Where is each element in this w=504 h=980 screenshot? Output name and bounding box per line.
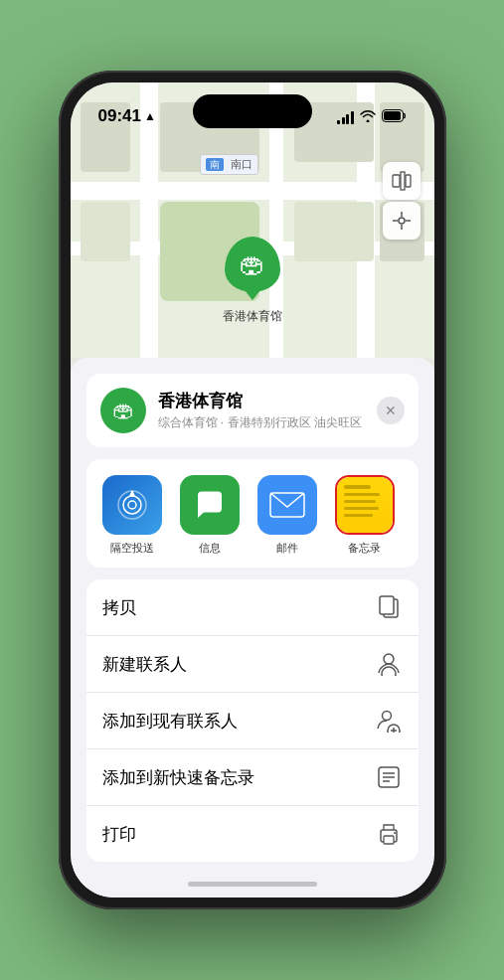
mail-label: 邮件 [276, 541, 298, 556]
location-card: 🏟 香港体育馆 综合体育馆 · 香港特别行政区 油尖旺区 ✕ [86, 374, 419, 447]
home-bar [188, 882, 317, 887]
close-button[interactable]: ✕ [377, 397, 405, 424]
action-copy-label: 拷贝 [102, 596, 136, 619]
svg-point-18 [384, 654, 394, 664]
action-new-contact-label: 新建联系人 [102, 653, 187, 676]
action-new-contact[interactable]: 新建联系人 [86, 636, 419, 693]
location-subtitle: 综合体育馆 · 香港特别行政区 油尖旺区 [158, 414, 365, 431]
home-indicator [71, 870, 434, 898]
action-copy[interactable]: 拷贝 [86, 579, 419, 636]
action-print[interactable]: 打印 [86, 806, 419, 862]
stadium-label: 香港体育馆 [223, 308, 282, 325]
app-item-airdrop[interactable]: 隔空投送 [98, 475, 166, 556]
notes-label: 备忘录 [348, 541, 381, 556]
stadium-marker: 🏟 香港体育馆 [223, 237, 282, 325]
phone-frame: 09:41 ▲ [59, 71, 446, 909]
svg-rect-17 [380, 596, 394, 614]
svg-rect-1 [384, 111, 401, 120]
svg-point-12 [128, 501, 136, 509]
share-sheet: 🏟 香港体育馆 综合体育馆 · 香港特别行政区 油尖旺区 ✕ [71, 358, 434, 898]
messages-icon [180, 475, 240, 535]
status-icons [337, 108, 407, 126]
mail-icon [257, 475, 317, 535]
svg-point-20 [382, 712, 391, 721]
apps-scroll: 隔空投送 信息 [98, 475, 407, 556]
svg-rect-3 [401, 172, 405, 190]
copy-icon [375, 593, 403, 621]
battery-icon [382, 108, 407, 126]
svg-point-5 [399, 218, 405, 224]
action-quick-note[interactable]: 添加到新快速备忘录 [86, 749, 419, 806]
location-card-icon: 🏟 [100, 388, 146, 433]
notes-icon [335, 475, 395, 535]
action-print-label: 打印 [102, 823, 136, 846]
print-icon [375, 820, 403, 848]
action-add-contact[interactable]: 添加到现有联系人 [86, 693, 419, 749]
svg-rect-2 [393, 175, 400, 187]
map-label-nankou: 南 南口 [200, 154, 258, 175]
stadium-icon: 🏟 [240, 249, 265, 280]
svg-rect-4 [406, 175, 411, 187]
action-add-contact-label: 添加到现有联系人 [102, 710, 238, 733]
location-name: 香港体育馆 [158, 390, 365, 412]
note-icon [375, 763, 403, 791]
svg-point-11 [123, 496, 141, 514]
status-time: 09:41 ▲ [98, 106, 156, 126]
wifi-icon [360, 109, 376, 125]
map-controls [383, 162, 420, 240]
svg-point-30 [394, 832, 396, 834]
person-icon [375, 650, 403, 678]
apps-row: 隔空投送 信息 [86, 459, 419, 568]
person-add-icon [375, 707, 403, 735]
app-item-mail[interactable]: 邮件 [253, 475, 321, 556]
dynamic-island [193, 94, 312, 128]
signal-icon [337, 111, 354, 124]
airdrop-label: 隔空投送 [110, 541, 154, 556]
app-item-messages[interactable]: 信息 [176, 475, 244, 556]
svg-rect-29 [384, 836, 394, 844]
location-info: 香港体育馆 综合体育馆 · 香港特别行政区 油尖旺区 [158, 390, 365, 431]
map-view-button[interactable] [383, 162, 420, 200]
app-item-notes[interactable]: 备忘录 [331, 475, 399, 556]
location-button[interactable] [383, 202, 420, 240]
phone-screen: 09:41 ▲ [71, 82, 434, 898]
messages-label: 信息 [199, 541, 221, 556]
action-list: 拷贝 新建联系人 [86, 579, 419, 862]
svg-point-19 [382, 667, 396, 676]
airdrop-icon [102, 475, 162, 535]
stadium-pin: 🏟 [225, 237, 280, 292]
action-quick-note-label: 添加到新快速备忘录 [102, 766, 254, 789]
location-arrow-icon: ▲ [144, 109, 156, 123]
